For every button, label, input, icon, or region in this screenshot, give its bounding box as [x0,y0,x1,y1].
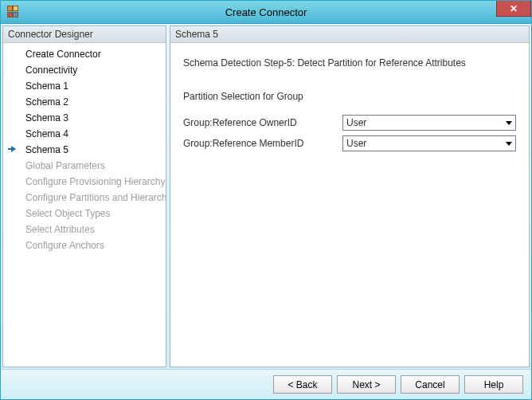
dropdown-owner-id-value: User [346,117,366,128]
right-panel-header: Schema 5 [170,26,529,43]
nav-schema-1[interactable]: Schema 1 [3,78,166,94]
left-panel-header: Connector Designer [3,26,166,43]
schema-panel: Schema 5 Schema Detection Step-5: Detect… [170,25,530,367]
next-button[interactable]: Next > [337,375,396,394]
dialog-body: Connector Designer Create Connector Conn… [1,24,531,369]
cancel-button[interactable]: Cancel [401,375,460,394]
nav-connectivity[interactable]: Connectivity [3,62,166,78]
dialog-footer: < Back Next > Cancel Help [1,369,531,399]
row-owner-id: Group:Reference OwnerID User [183,115,516,131]
connector-designer-panel: Connector Designer Create Connector Conn… [2,25,166,367]
row-member-id: Group:Reference MemberID User [183,135,516,151]
step-title: Schema Detection Step-5: Detect Partitio… [183,57,516,69]
nav-global-parameters: Global Parameters [3,158,166,174]
section-title: Partition Selection for Group [183,91,516,102]
close-icon: ✕ [510,3,518,14]
dropdown-member-id[interactable]: User [342,135,516,151]
nav-configure-partitions-hierarchies: Configure Partitions and Hierarchies [3,190,166,206]
help-button[interactable]: Help [464,375,523,394]
nav-configure-anchors: Configure Anchors [3,237,166,253]
nav-schema-4[interactable]: Schema 4 [3,126,166,142]
nav-schema-3[interactable]: Schema 3 [3,110,166,126]
window-title: Create Connector [1,6,531,18]
dialog-window: Create Connector ✕ Connector Designer Cr… [0,0,532,400]
nav-list: Create Connector Connectivity Schema 1 S… [3,43,166,257]
nav-configure-provisioning-hierarchy: Configure Provisioning Hierarchy [3,174,166,190]
nav-schema-2[interactable]: Schema 2 [3,94,166,110]
label-member-id: Group:Reference MemberID [183,138,342,149]
dropdown-owner-id[interactable]: User [342,115,516,131]
nav-create-connector[interactable]: Create Connector [3,46,166,62]
nav-schema-5[interactable]: Schema 5 [3,142,166,158]
nav-select-attributes: Select Attributes [3,222,166,237]
schema-content: Schema Detection Step-5: Detect Partitio… [170,43,529,171]
nav-select-object-types: Select Object Types [3,206,166,222]
close-button[interactable]: ✕ [496,1,531,17]
titlebar[interactable]: Create Connector ✕ [1,1,531,24]
label-owner-id: Group:Reference OwnerID [183,117,342,128]
back-button[interactable]: < Back [273,375,332,394]
dropdown-member-id-value: User [346,138,366,149]
